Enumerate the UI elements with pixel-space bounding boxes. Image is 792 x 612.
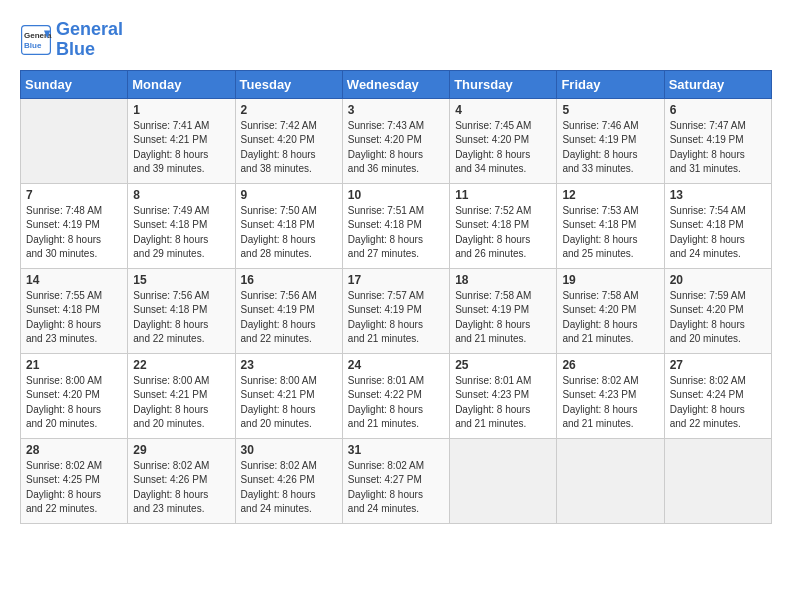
day-info: Sunrise: 7:42 AMSunset: 4:20 PMDaylight:…	[241, 119, 337, 177]
day-info: Sunrise: 7:56 AMSunset: 4:19 PMDaylight:…	[241, 289, 337, 347]
day-header-thursday: Thursday	[450, 70, 557, 98]
calendar-cell: 30Sunrise: 8:02 AMSunset: 4:26 PMDayligh…	[235, 438, 342, 523]
calendar-cell: 23Sunrise: 8:00 AMSunset: 4:21 PMDayligh…	[235, 353, 342, 438]
day-number: 27	[670, 358, 766, 372]
calendar-header: SundayMondayTuesdayWednesdayThursdayFrid…	[21, 70, 772, 98]
day-info: Sunrise: 7:58 AMSunset: 4:20 PMDaylight:…	[562, 289, 658, 347]
calendar-cell: 27Sunrise: 8:02 AMSunset: 4:24 PMDayligh…	[664, 353, 771, 438]
day-number: 18	[455, 273, 551, 287]
day-info: Sunrise: 7:59 AMSunset: 4:20 PMDaylight:…	[670, 289, 766, 347]
logo-icon: General Blue	[20, 24, 52, 56]
day-info: Sunrise: 7:49 AMSunset: 4:18 PMDaylight:…	[133, 204, 229, 262]
calendar-cell: 22Sunrise: 8:00 AMSunset: 4:21 PMDayligh…	[128, 353, 235, 438]
day-info: Sunrise: 7:50 AMSunset: 4:18 PMDaylight:…	[241, 204, 337, 262]
day-number: 9	[241, 188, 337, 202]
calendar-cell: 19Sunrise: 7:58 AMSunset: 4:20 PMDayligh…	[557, 268, 664, 353]
calendar-cell: 25Sunrise: 8:01 AMSunset: 4:23 PMDayligh…	[450, 353, 557, 438]
day-number: 7	[26, 188, 122, 202]
day-info: Sunrise: 7:57 AMSunset: 4:19 PMDaylight:…	[348, 289, 444, 347]
day-number: 15	[133, 273, 229, 287]
day-number: 28	[26, 443, 122, 457]
calendar-cell: 15Sunrise: 7:56 AMSunset: 4:18 PMDayligh…	[128, 268, 235, 353]
day-number: 19	[562, 273, 658, 287]
day-number: 8	[133, 188, 229, 202]
day-header-saturday: Saturday	[664, 70, 771, 98]
day-number: 23	[241, 358, 337, 372]
day-info: Sunrise: 7:55 AMSunset: 4:18 PMDaylight:…	[26, 289, 122, 347]
day-header-sunday: Sunday	[21, 70, 128, 98]
day-number: 22	[133, 358, 229, 372]
day-number: 20	[670, 273, 766, 287]
calendar-week-5: 28Sunrise: 8:02 AMSunset: 4:25 PMDayligh…	[21, 438, 772, 523]
calendar-cell	[664, 438, 771, 523]
day-info: Sunrise: 7:46 AMSunset: 4:19 PMDaylight:…	[562, 119, 658, 177]
day-number: 4	[455, 103, 551, 117]
calendar-body: 1Sunrise: 7:41 AMSunset: 4:21 PMDaylight…	[21, 98, 772, 523]
calendar-cell: 18Sunrise: 7:58 AMSunset: 4:19 PMDayligh…	[450, 268, 557, 353]
calendar-cell: 9Sunrise: 7:50 AMSunset: 4:18 PMDaylight…	[235, 183, 342, 268]
calendar-week-4: 21Sunrise: 8:00 AMSunset: 4:20 PMDayligh…	[21, 353, 772, 438]
day-number: 26	[562, 358, 658, 372]
calendar-table: SundayMondayTuesdayWednesdayThursdayFrid…	[20, 70, 772, 524]
calendar-week-1: 1Sunrise: 7:41 AMSunset: 4:21 PMDaylight…	[21, 98, 772, 183]
day-info: Sunrise: 8:01 AMSunset: 4:22 PMDaylight:…	[348, 374, 444, 432]
calendar-cell: 6Sunrise: 7:47 AMSunset: 4:19 PMDaylight…	[664, 98, 771, 183]
calendar-cell: 20Sunrise: 7:59 AMSunset: 4:20 PMDayligh…	[664, 268, 771, 353]
day-info: Sunrise: 7:45 AMSunset: 4:20 PMDaylight:…	[455, 119, 551, 177]
calendar-cell: 26Sunrise: 8:02 AMSunset: 4:23 PMDayligh…	[557, 353, 664, 438]
day-info: Sunrise: 8:02 AMSunset: 4:24 PMDaylight:…	[670, 374, 766, 432]
day-header-tuesday: Tuesday	[235, 70, 342, 98]
day-info: Sunrise: 8:02 AMSunset: 4:23 PMDaylight:…	[562, 374, 658, 432]
logo-text: GeneralBlue	[56, 20, 123, 60]
day-number: 10	[348, 188, 444, 202]
logo: General Blue GeneralBlue	[20, 20, 123, 60]
calendar-cell: 1Sunrise: 7:41 AMSunset: 4:21 PMDaylight…	[128, 98, 235, 183]
calendar-cell: 17Sunrise: 7:57 AMSunset: 4:19 PMDayligh…	[342, 268, 449, 353]
day-info: Sunrise: 7:52 AMSunset: 4:18 PMDaylight:…	[455, 204, 551, 262]
day-header-friday: Friday	[557, 70, 664, 98]
day-number: 13	[670, 188, 766, 202]
day-number: 14	[26, 273, 122, 287]
day-info: Sunrise: 8:02 AMSunset: 4:26 PMDaylight:…	[133, 459, 229, 517]
calendar-week-3: 14Sunrise: 7:55 AMSunset: 4:18 PMDayligh…	[21, 268, 772, 353]
day-info: Sunrise: 8:02 AMSunset: 4:27 PMDaylight:…	[348, 459, 444, 517]
calendar-cell: 24Sunrise: 8:01 AMSunset: 4:22 PMDayligh…	[342, 353, 449, 438]
calendar-cell: 5Sunrise: 7:46 AMSunset: 4:19 PMDaylight…	[557, 98, 664, 183]
svg-text:Blue: Blue	[24, 41, 42, 50]
calendar-week-2: 7Sunrise: 7:48 AMSunset: 4:19 PMDaylight…	[21, 183, 772, 268]
day-number: 17	[348, 273, 444, 287]
day-header-wednesday: Wednesday	[342, 70, 449, 98]
calendar-cell: 3Sunrise: 7:43 AMSunset: 4:20 PMDaylight…	[342, 98, 449, 183]
calendar-cell: 16Sunrise: 7:56 AMSunset: 4:19 PMDayligh…	[235, 268, 342, 353]
day-number: 16	[241, 273, 337, 287]
calendar-cell	[450, 438, 557, 523]
day-info: Sunrise: 8:00 AMSunset: 4:21 PMDaylight:…	[133, 374, 229, 432]
calendar-cell: 14Sunrise: 7:55 AMSunset: 4:18 PMDayligh…	[21, 268, 128, 353]
calendar-cell: 4Sunrise: 7:45 AMSunset: 4:20 PMDaylight…	[450, 98, 557, 183]
page-header: General Blue GeneralBlue	[20, 20, 772, 60]
calendar-cell: 10Sunrise: 7:51 AMSunset: 4:18 PMDayligh…	[342, 183, 449, 268]
calendar-cell: 31Sunrise: 8:02 AMSunset: 4:27 PMDayligh…	[342, 438, 449, 523]
day-info: Sunrise: 7:51 AMSunset: 4:18 PMDaylight:…	[348, 204, 444, 262]
day-number: 12	[562, 188, 658, 202]
day-info: Sunrise: 8:01 AMSunset: 4:23 PMDaylight:…	[455, 374, 551, 432]
day-info: Sunrise: 7:54 AMSunset: 4:18 PMDaylight:…	[670, 204, 766, 262]
day-info: Sunrise: 7:48 AMSunset: 4:19 PMDaylight:…	[26, 204, 122, 262]
day-number: 29	[133, 443, 229, 457]
day-number: 31	[348, 443, 444, 457]
calendar-cell: 29Sunrise: 8:02 AMSunset: 4:26 PMDayligh…	[128, 438, 235, 523]
day-info: Sunrise: 8:02 AMSunset: 4:25 PMDaylight:…	[26, 459, 122, 517]
day-number: 5	[562, 103, 658, 117]
day-info: Sunrise: 7:41 AMSunset: 4:21 PMDaylight:…	[133, 119, 229, 177]
day-number: 21	[26, 358, 122, 372]
day-header-monday: Monday	[128, 70, 235, 98]
day-info: Sunrise: 8:02 AMSunset: 4:26 PMDaylight:…	[241, 459, 337, 517]
day-info: Sunrise: 8:00 AMSunset: 4:20 PMDaylight:…	[26, 374, 122, 432]
header-row: SundayMondayTuesdayWednesdayThursdayFrid…	[21, 70, 772, 98]
day-number: 3	[348, 103, 444, 117]
day-number: 1	[133, 103, 229, 117]
day-info: Sunrise: 7:53 AMSunset: 4:18 PMDaylight:…	[562, 204, 658, 262]
day-info: Sunrise: 7:47 AMSunset: 4:19 PMDaylight:…	[670, 119, 766, 177]
calendar-cell: 12Sunrise: 7:53 AMSunset: 4:18 PMDayligh…	[557, 183, 664, 268]
day-info: Sunrise: 7:56 AMSunset: 4:18 PMDaylight:…	[133, 289, 229, 347]
